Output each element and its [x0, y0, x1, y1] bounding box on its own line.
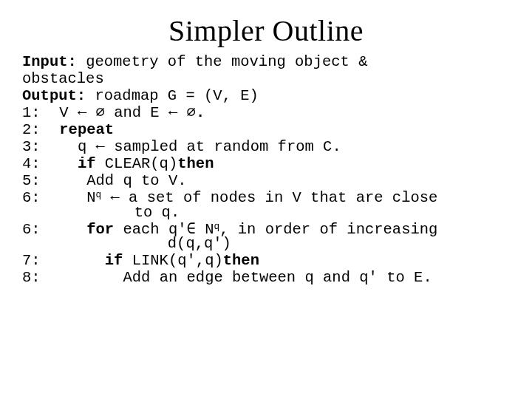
step-7-body-c: LINK(q',q)	[132, 253, 223, 270]
step-1-body-b: .	[196, 105, 205, 122]
step-6a-cont: to q.	[134, 205, 180, 222]
step-4-body-a	[50, 156, 78, 173]
step-3-body-a: q	[50, 139, 96, 156]
output-label: Output:	[22, 88, 86, 105]
step-7-body-b: if	[105, 253, 132, 270]
step-7-body-d: then	[223, 253, 259, 270]
step-6a-continuation: to q.	[22, 205, 510, 222]
step-6b: 6: for each q'∈ Nq, in order of increasi…	[22, 222, 510, 239]
step-4-label: 4:	[22, 156, 50, 173]
output-text: roadmap G = (V, E)	[86, 88, 259, 105]
step-4-body-b: if	[78, 156, 105, 173]
step-3-body-b: ←	[96, 139, 105, 156]
step-2-body: repeat	[50, 122, 114, 139]
input-line: Input: geometry of the moving object &	[22, 54, 510, 71]
step-6b-body-d: , in order of increasing	[219, 222, 437, 239]
page-title: Simpler Outline	[22, 13, 510, 48]
output-line: Output: roadmap G = (V, E)	[22, 88, 510, 105]
step-3: 3: q ← sampled at random from C.	[22, 139, 510, 156]
step-5-body: Add q to V.	[50, 173, 187, 190]
step-6a-label: 6:	[22, 190, 50, 207]
input-continuation: obstacles	[22, 71, 510, 88]
step-5: 5: Add q to V.	[22, 173, 510, 190]
step-6a-body-b: ←	[101, 190, 129, 207]
step-3-body-c: sampled at random from C.	[105, 139, 341, 156]
step-4-body-d: then	[177, 156, 214, 173]
step-2-label: 2:	[22, 122, 50, 139]
step-7-body-a	[50, 253, 105, 270]
input-text: geometry of the moving object &	[77, 54, 368, 71]
step-6b-continuation: d(q,q')	[22, 236, 510, 253]
step-1-body-a: V ← ∅ and E ← ∅	[50, 105, 196, 122]
step-2: 2: repeat	[22, 122, 510, 139]
algorithm-block: Input: geometry of the moving object & o…	[22, 54, 510, 287]
step-6a-body-a: N	[50, 190, 96, 207]
step-6b-sub: q	[214, 222, 220, 232]
input-label: Input:	[22, 54, 77, 71]
step-5-label: 5:	[22, 173, 50, 190]
step-8-label: 8:	[22, 270, 50, 287]
step-8: 8: Add an edge between q and q' to E.	[22, 270, 510, 287]
step-6b-label: 6:	[22, 222, 50, 239]
step-3-label: 3:	[22, 139, 50, 156]
step-1: 1: V ← ∅ and E ← ∅.	[22, 105, 510, 122]
step-4: 4: if CLEAR(q)then	[22, 156, 510, 173]
step-1-label: 1:	[22, 105, 50, 122]
step-7: 7: if LINK(q',q)then	[22, 253, 510, 270]
step-6b-body-b: for	[86, 222, 123, 239]
step-6a: 6: Nq ← a set of nodes in V that are clo…	[22, 190, 510, 207]
step-8-body: Add an edge between q and q' to E.	[50, 270, 432, 287]
step-7-label: 7:	[22, 253, 50, 270]
input-cont: obstacles	[22, 71, 104, 88]
step-6b-cont: d(q,q')	[168, 236, 231, 253]
step-6b-body-a	[50, 222, 86, 239]
step-4-body-c: CLEAR(q)	[105, 156, 177, 173]
step-6a-sub: q	[96, 190, 102, 200]
